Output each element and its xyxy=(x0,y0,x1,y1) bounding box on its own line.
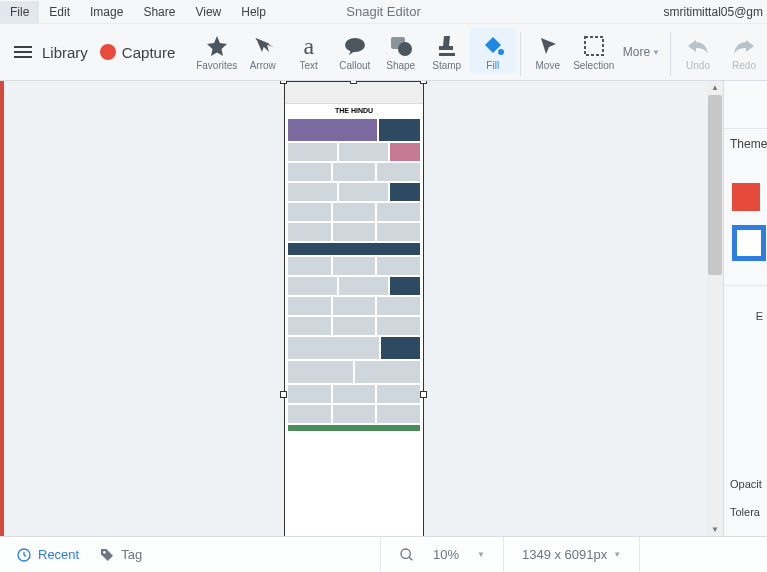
captured-page-content xyxy=(285,117,423,433)
recent-button[interactable]: Recent xyxy=(16,547,79,563)
resize-handle[interactable] xyxy=(350,81,357,84)
svg-rect-3 xyxy=(439,53,455,56)
user-account[interactable]: smritimittal05@gm xyxy=(663,5,767,19)
selection-icon xyxy=(583,32,605,60)
tool-label: Callout xyxy=(339,60,370,71)
tolerance-label: Tolera xyxy=(724,494,767,536)
tool-label: Selection xyxy=(573,60,614,71)
tool-label: Stamp xyxy=(432,60,461,71)
clock-icon xyxy=(16,547,32,563)
toolbar-separator xyxy=(670,32,671,76)
color-swatch-red[interactable] xyxy=(732,183,760,211)
record-icon[interactable] xyxy=(100,44,116,60)
menu-image[interactable]: Image xyxy=(80,1,133,23)
menu-toggle-icon[interactable] xyxy=(10,42,36,62)
dimensions-value: 1349 x 6091px xyxy=(522,547,607,562)
fill-icon xyxy=(481,32,505,60)
tag-label: Tag xyxy=(121,547,142,562)
stamp-icon xyxy=(436,32,458,60)
resize-handle[interactable] xyxy=(280,391,287,398)
resize-handle[interactable] xyxy=(420,391,427,398)
tag-icon xyxy=(99,547,115,563)
tool-stamp[interactable]: Stamp xyxy=(424,28,470,73)
tool-label: Redo xyxy=(732,60,756,71)
arrow-icon xyxy=(251,32,275,60)
svg-point-4 xyxy=(498,49,504,55)
redo-button[interactable]: Redo xyxy=(721,28,767,73)
tool-label: Text xyxy=(300,60,318,71)
dimensions-display[interactable]: 1349 x 6091px ▼ xyxy=(504,547,639,562)
shape-icon xyxy=(389,32,413,60)
scroll-down-icon[interactable]: ▼ xyxy=(707,525,723,534)
text-icon: a xyxy=(303,32,314,60)
scroll-up-icon[interactable]: ▲ xyxy=(707,83,723,92)
menu-file[interactable]: File xyxy=(0,1,39,23)
opacity-label: Opacit xyxy=(724,466,767,494)
window-title: Snagit Editor xyxy=(346,4,420,19)
magnifier-icon xyxy=(399,547,415,563)
tool-arrow[interactable]: Arrow xyxy=(240,28,286,73)
zoom-controls[interactable]: 10% ▼ xyxy=(381,547,503,563)
panel-divider xyxy=(724,285,767,286)
toolbar-separator xyxy=(520,32,521,76)
panel-header xyxy=(724,81,767,129)
zoom-value[interactable]: 10% xyxy=(433,547,459,562)
tools-more[interactable]: More ▼ xyxy=(617,45,666,59)
workspace: THE HINDU xyxy=(0,80,767,536)
chevron-down-icon: ▼ xyxy=(613,550,621,559)
tag-button[interactable]: Tag xyxy=(99,547,142,563)
tool-selection[interactable]: Selection xyxy=(571,28,617,73)
tool-shape[interactable]: Shape xyxy=(378,28,424,73)
status-bar: Recent Tag 10% ▼ 1349 x 6091px ▼ xyxy=(0,536,767,572)
move-icon xyxy=(537,32,559,60)
theme-label: Theme xyxy=(724,129,767,155)
svg-point-0 xyxy=(345,38,365,52)
menu-view[interactable]: View xyxy=(185,1,231,23)
tool-label: Arrow xyxy=(250,60,276,71)
menu-bar: File Edit Image Share View Help Snagit E… xyxy=(0,0,767,24)
captured-browser-chrome xyxy=(285,82,423,104)
tools-group: Favorites Arrow a Text Callout Shape Sta… xyxy=(194,28,767,76)
tool-label: Move xyxy=(536,60,560,71)
tool-label: Favorites xyxy=(196,60,237,71)
undo-button[interactable]: Undo xyxy=(675,28,721,73)
tool-text[interactable]: a Text xyxy=(286,28,332,73)
recent-label: Recent xyxy=(38,547,79,562)
tool-move[interactable]: Move xyxy=(525,28,571,73)
chevron-down-icon: ▼ xyxy=(652,48,660,57)
status-separator xyxy=(639,537,640,573)
tool-favorites[interactable]: Favorites xyxy=(194,28,240,73)
more-label: More xyxy=(623,45,650,59)
undo-icon xyxy=(686,32,710,60)
toolbar: Library Capture Favorites Arrow a Text C… xyxy=(0,24,767,80)
resize-handle[interactable] xyxy=(420,81,427,84)
tool-label: Fill xyxy=(486,60,499,71)
chevron-down-icon: ▼ xyxy=(477,550,485,559)
menu-share[interactable]: Share xyxy=(133,1,185,23)
scrollbar-thumb[interactable] xyxy=(708,95,722,275)
svg-rect-5 xyxy=(585,37,603,55)
vertical-scrollbar[interactable]: ▲ ▼ xyxy=(707,81,723,536)
menu-help[interactable]: Help xyxy=(231,1,276,23)
extra-field: E xyxy=(724,298,767,326)
tool-label: Shape xyxy=(386,60,415,71)
tool-callout[interactable]: Callout xyxy=(332,28,378,73)
svg-point-8 xyxy=(401,549,410,558)
callout-icon xyxy=(343,32,367,60)
menu-edit[interactable]: Edit xyxy=(39,1,80,23)
redo-icon xyxy=(732,32,756,60)
properties-panel: Theme E Opacit Tolera xyxy=(723,81,767,536)
library-button[interactable]: Library xyxy=(42,44,88,61)
svg-point-2 xyxy=(398,42,412,56)
captured-site-title: THE HINDU xyxy=(285,104,423,117)
capture-button[interactable]: Capture xyxy=(122,44,175,61)
color-swatch-blue[interactable] xyxy=(732,225,766,261)
resize-handle[interactable] xyxy=(280,81,287,84)
captured-image[interactable]: THE HINDU xyxy=(284,81,424,536)
tool-fill[interactable]: Fill xyxy=(470,28,516,73)
canvas[interactable]: THE HINDU xyxy=(4,81,707,536)
tool-label: Undo xyxy=(686,60,710,71)
svg-point-7 xyxy=(103,551,106,554)
star-icon xyxy=(205,32,229,60)
